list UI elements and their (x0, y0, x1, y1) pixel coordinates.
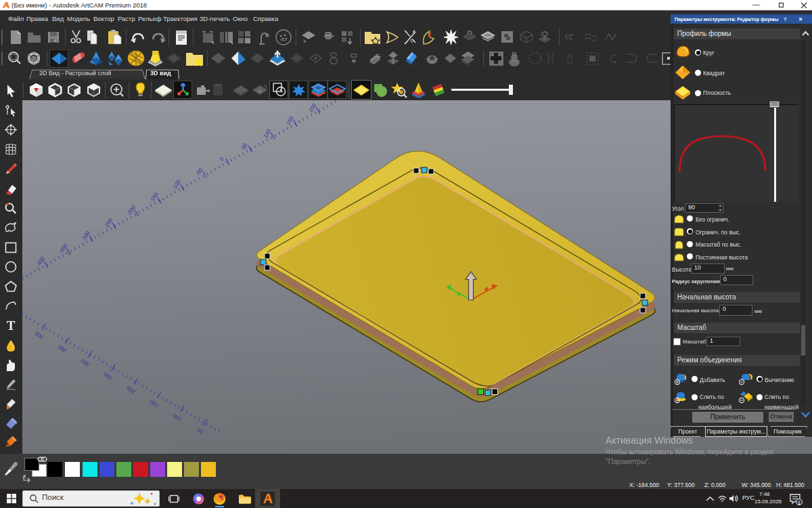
svg-text:400: 400 (34, 330, 45, 340)
svg-text:1: 1 (798, 500, 801, 506)
svg-text:50: 50 (196, 427, 204, 436)
svg-text:150: 150 (148, 398, 160, 408)
svg-text:300: 300 (79, 357, 91, 367)
svg-text:250: 250 (102, 371, 114, 381)
svg-text:200: 200 (308, 102, 318, 114)
svg-text:0: 0 (219, 156, 225, 162)
svg-text:100: 100 (171, 412, 183, 422)
svg-text:350: 350 (57, 343, 68, 354)
svg-text:200: 200 (125, 385, 137, 395)
svg-text:T: T (7, 319, 16, 333)
svg-text:150: 150 (285, 115, 295, 127)
svg-text:50: 50 (240, 142, 249, 151)
